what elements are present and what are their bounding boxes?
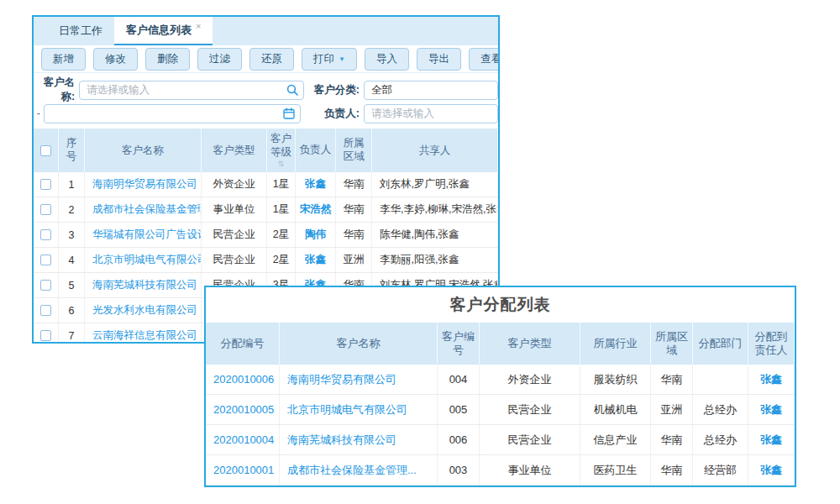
owner-link[interactable]: 张鑫	[296, 248, 336, 272]
row-checkbox[interactable]	[40, 280, 51, 291]
calendar-icon[interactable]	[283, 108, 295, 119]
owner-input[interactable]	[364, 104, 498, 123]
alloc-no-link[interactable]: 2020010004	[206, 425, 280, 454]
caret-down-icon: ▼	[339, 55, 345, 63]
table-row[interactable]: 2020010006 海南明华贸易有限公司 004 外资企业 服装纺织 华南 张…	[206, 365, 795, 395]
col-dept[interactable]: 分配部门	[693, 323, 748, 365]
print-button[interactable]: 打印 ▼	[302, 48, 357, 71]
table-row[interactable]: 3 华瑞城有限公司广告设计部 民营企业 2星 陶伟 华南 陈华健,陶伟,张鑫	[34, 223, 498, 248]
customer-category-select[interactable]	[364, 81, 498, 100]
date-range-dash: -	[34, 108, 44, 119]
print-button-label: 打印	[313, 52, 334, 66]
row-checkbox[interactable]	[40, 255, 51, 265]
date-input[interactable]	[44, 104, 301, 123]
customer-name-link[interactable]: 海南芜城科技有限公司	[280, 425, 438, 454]
tab-daily-work[interactable]: 日常工作	[47, 17, 114, 45]
add-button[interactable]: 新增	[41, 48, 86, 71]
customer-name-link[interactable]: 光发水利水电有限公司	[85, 298, 202, 323]
table-row[interactable]: 2020010005 北京市明城电气有限公司 005 民营企业 机械机电 亚洲 …	[206, 395, 795, 425]
allocation-panel-title: 客户分配列表	[206, 287, 795, 323]
allocation-table-header: 分配编号 客户名称 客户编号 客户类型 所属行业 所属区域 分配部门 分配到责任…	[206, 323, 795, 365]
restore-button[interactable]: 还原	[249, 48, 294, 71]
col-shared[interactable]: 共享人	[372, 129, 498, 172]
delete-button[interactable]: 删除	[145, 48, 190, 71]
customer-name-label: 客户名称:	[34, 76, 75, 104]
alloc-no-link[interactable]: 2020010006	[206, 365, 280, 394]
customer-name-link[interactable]: 云南海祥信息有限公司	[85, 323, 202, 344]
owner-link[interactable]: 陶伟	[296, 223, 336, 247]
import-button[interactable]: 导入	[365, 48, 409, 71]
col-customer-level[interactable]: 客户等级 ⇅	[267, 129, 296, 172]
col-industry[interactable]: 所属行业	[580, 323, 651, 365]
edit-button[interactable]: 修改	[93, 48, 138, 71]
alloc-no-link[interactable]: 2020010005	[206, 395, 280, 424]
col-customer-type[interactable]: 客户类型	[202, 129, 267, 172]
toolbar: 新增 修改 删除 过滤 还原 打印 ▼ 导入 导出 查看日志	[34, 45, 498, 73]
assignee-link[interactable]: 张鑫	[748, 395, 795, 424]
customer-name-link[interactable]: 成都市社会保险基金管理...	[280, 455, 438, 485]
filter-button[interactable]: 过滤	[197, 48, 242, 71]
page: 日常工作 客户信息列表 × 新增 修改 删除 过滤 还原 打印 ▼ 导入 导出 …	[0, 0, 840, 504]
row-checkbox[interactable]	[40, 305, 51, 316]
tab-bar: 日常工作 客户信息列表 ×	[34, 17, 498, 45]
table-row[interactable]: 1 海南明华贸易有限公司 外资企业 1星 张鑫 华南 刘东林,罗广明,张鑫	[34, 172, 498, 197]
row-checkbox[interactable]	[40, 229, 51, 240]
assignee-link[interactable]: 张鑫	[748, 455, 795, 485]
table-row[interactable]: 2020010001 成都市社会保险基金管理... 003 事业单位 医药卫生 …	[206, 455, 795, 486]
col-alloc-no[interactable]: 分配编号	[206, 323, 280, 365]
customer-name-link[interactable]: 海南明华贸易有限公司	[85, 172, 202, 197]
col-owner[interactable]: 负责人	[296, 129, 336, 172]
assignee-link[interactable]: 张鑫	[748, 425, 795, 454]
owner-link[interactable]: 张鑫	[296, 172, 336, 197]
alloc-no-link[interactable]: 2020010001	[206, 455, 280, 485]
table-row[interactable]: 2020010004 海南芜城科技有限公司 006 民营企业 信息产业 华南 总…	[206, 425, 795, 455]
customer-table-header: 序号 客户名称 客户类型 客户等级 ⇅ 负责人 所属区域 共享人	[34, 129, 498, 172]
customer-name-link[interactable]: 北京市明城电气有限公司	[85, 248, 202, 272]
assignee-link[interactable]: 张鑫	[748, 365, 795, 394]
owner-label: 负责人:	[301, 107, 360, 121]
customer-name-input[interactable]	[79, 81, 304, 100]
tab-customer-info-list[interactable]: 客户信息列表 ×	[114, 17, 213, 45]
row-checkbox[interactable]	[40, 204, 51, 215]
filter-area: 客户名称: 客户分类: -	[34, 73, 498, 129]
col-region[interactable]: 所属区域	[336, 129, 372, 172]
search-icon[interactable]	[286, 84, 298, 96]
customer-name-link[interactable]: 北京市明城电气有限公司	[280, 395, 438, 424]
row-checkbox[interactable]	[40, 179, 51, 190]
col-customer-type[interactable]: 客户类型	[480, 323, 580, 365]
customer-name-link[interactable]: 海南明华贸易有限公司	[280, 365, 438, 394]
col-region[interactable]: 所属区域	[651, 323, 693, 365]
col-customer-name[interactable]: 客户名称	[280, 323, 438, 365]
customer-allocation-panel: 客户分配列表 分配编号 客户名称 客户编号 客户类型 所属行业 所属区域 分配部…	[204, 286, 796, 487]
close-icon[interactable]: ×	[196, 21, 201, 31]
owner-link[interactable]: 宋浩然	[296, 197, 336, 222]
table-row[interactable]: 2 成都市社会保险基金管理... 事业单位 1星 宋浩然 华南 李华,李婷,柳琳…	[34, 197, 498, 223]
customer-name-link[interactable]: 成都市社会保险基金管理...	[85, 197, 202, 222]
view-log-button[interactable]: 查看日志	[469, 48, 500, 71]
export-button[interactable]: 导出	[417, 48, 461, 71]
customer-name-link[interactable]: 华瑞城有限公司广告设计部	[85, 223, 202, 247]
col-seq[interactable]: 序号	[59, 129, 85, 172]
col-assignee[interactable]: 分配到责任人	[748, 323, 795, 365]
customer-name-link[interactable]: 海南芜城科技有限公司	[85, 273, 202, 297]
sort-icon[interactable]: ⇅	[278, 160, 285, 168]
col-customer-name[interactable]: 客户名称	[85, 129, 202, 172]
customer-category-label: 客户分类:	[304, 83, 360, 97]
tab-label: 客户信息列表	[126, 23, 192, 38]
select-all-checkbox[interactable]	[40, 145, 51, 156]
col-customer-no[interactable]: 客户编号	[438, 323, 480, 365]
table-row[interactable]: 4 北京市明城电气有限公司 民营企业 2星 张鑫 亚洲 李勤丽,阳强,张鑫	[34, 248, 498, 273]
select-all-checkbox-cell	[34, 129, 59, 172]
row-checkbox[interactable]	[40, 330, 51, 341]
